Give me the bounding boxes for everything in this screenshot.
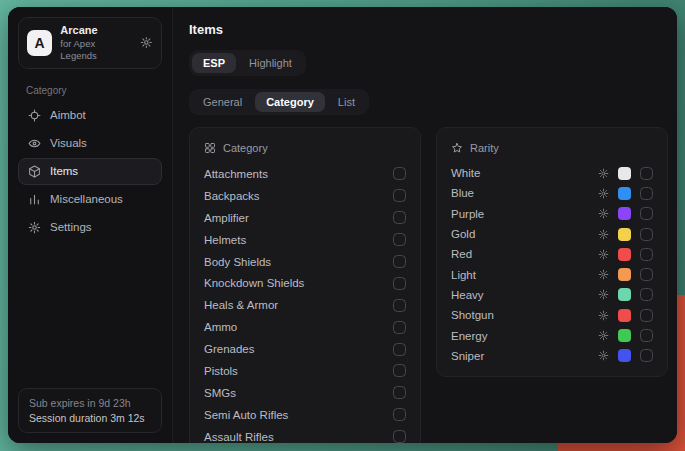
checkbox[interactable] xyxy=(640,288,653,301)
app-name: Arcane xyxy=(60,24,132,38)
rarity-row: Purple xyxy=(451,204,653,224)
rarity-settings-gear-icon[interactable] xyxy=(598,249,609,260)
category-row: Assault Rifles xyxy=(204,426,406,443)
rarity-item-label: Blue xyxy=(451,187,474,199)
bars-icon xyxy=(28,193,41,206)
checkbox[interactable] xyxy=(393,343,406,356)
rarity-row: Shotgun xyxy=(451,305,653,325)
category-item-label: Body Shields xyxy=(204,256,271,268)
sidebar-item-aimbot[interactable]: Aimbot xyxy=(18,102,162,129)
checkbox[interactable] xyxy=(640,207,653,220)
tab-group: GeneralCategoryList xyxy=(189,89,369,115)
category-item-label: Backpacks xyxy=(204,190,260,202)
color-swatch[interactable] xyxy=(618,309,631,322)
color-swatch[interactable] xyxy=(618,207,631,220)
checkbox[interactable] xyxy=(640,167,653,180)
checkbox[interactable] xyxy=(640,187,653,200)
color-swatch[interactable] xyxy=(618,228,631,241)
checkbox[interactable] xyxy=(393,255,406,268)
mode-option-esp[interactable]: ESP xyxy=(192,53,236,73)
checkbox[interactable] xyxy=(393,408,406,421)
rarity-settings-gear-icon[interactable] xyxy=(598,269,609,280)
category-row: Ammo xyxy=(204,316,406,338)
checkbox[interactable] xyxy=(640,309,653,322)
rarity-settings-gear-icon[interactable] xyxy=(598,229,609,240)
category-item-label: SMGs xyxy=(204,387,236,399)
tab-general[interactable]: General xyxy=(192,92,253,112)
rarity-settings-gear-icon[interactable] xyxy=(598,168,609,179)
category-card-header: Category xyxy=(204,140,406,156)
tab-category[interactable]: Category xyxy=(255,92,325,112)
cube-icon xyxy=(28,165,41,178)
category-card: Category AttachmentsBackpacksAmplifierHe… xyxy=(189,127,421,443)
rarity-controls xyxy=(598,329,653,342)
category-item-label: Pistols xyxy=(204,365,238,377)
checkbox[interactable] xyxy=(393,277,406,290)
color-swatch[interactable] xyxy=(618,329,631,342)
category-item-label: Ammo xyxy=(204,321,237,333)
color-swatch[interactable] xyxy=(618,288,631,301)
brand-header: A Arcane for Apex Legends xyxy=(18,17,162,69)
rarity-row: Blue xyxy=(451,183,653,203)
rarity-controls xyxy=(598,167,653,180)
mode-option-highlight[interactable]: Highlight xyxy=(238,53,303,73)
rarity-settings-gear-icon[interactable] xyxy=(598,289,609,300)
category-row: Grenades xyxy=(204,338,406,360)
tab-list[interactable]: List xyxy=(327,92,366,112)
checkbox[interactable] xyxy=(393,364,406,377)
category-item-label: Assault Rifles xyxy=(204,431,274,443)
checkbox[interactable] xyxy=(393,211,406,224)
rarity-settings-gear-icon[interactable] xyxy=(598,310,609,321)
rarity-controls xyxy=(598,268,653,281)
color-swatch[interactable] xyxy=(618,268,631,281)
rarity-settings-gear-icon[interactable] xyxy=(598,208,609,219)
tabs-row: GeneralCategoryList xyxy=(189,89,668,115)
category-row: Semi Auto Rifles xyxy=(204,404,406,426)
category-row: Knockdown Shields xyxy=(204,272,406,294)
rarity-row: Heavy xyxy=(451,285,653,305)
app-logo: A xyxy=(27,30,52,56)
sidebar-item-label: Miscellaneous xyxy=(50,193,123,205)
rarity-row: Sniper xyxy=(451,346,653,366)
checkbox[interactable] xyxy=(640,268,653,281)
checkbox[interactable] xyxy=(393,321,406,334)
mode-toggle-group: ESPHighlight xyxy=(189,50,306,76)
color-swatch[interactable] xyxy=(618,167,631,180)
app-subtitle: for Apex Legends xyxy=(60,38,132,62)
color-swatch[interactable] xyxy=(618,187,631,200)
sub-expiry-text: Sub expires in 9d 23h xyxy=(29,397,151,409)
rarity-settings-gear-icon[interactable] xyxy=(598,350,609,361)
rarity-item-label: White xyxy=(451,167,480,179)
rarity-settings-gear-icon[interactable] xyxy=(598,330,609,341)
gear-icon[interactable] xyxy=(140,36,153,49)
sidebar-item-visuals[interactable]: Visuals xyxy=(18,130,162,157)
category-item-label: Knockdown Shields xyxy=(204,277,304,289)
rarity-item-label: Sniper xyxy=(451,350,484,362)
checkbox[interactable] xyxy=(393,386,406,399)
cards-row: Category AttachmentsBackpacksAmplifierHe… xyxy=(189,127,668,443)
rarity-controls xyxy=(598,228,653,241)
checkbox[interactable] xyxy=(393,299,406,312)
checkbox[interactable] xyxy=(393,430,406,443)
checkbox[interactable] xyxy=(393,167,406,180)
color-swatch[interactable] xyxy=(618,248,631,261)
checkbox[interactable] xyxy=(640,329,653,342)
checkbox[interactable] xyxy=(393,189,406,202)
color-swatch[interactable] xyxy=(618,349,631,362)
checkbox[interactable] xyxy=(640,349,653,362)
checkbox[interactable] xyxy=(640,228,653,241)
sidebar-item-miscellaneous[interactable]: Miscellaneous xyxy=(18,186,162,213)
main-content: Items ESPHighlight GeneralCategoryList C… xyxy=(173,7,677,443)
category-row: Body Shields xyxy=(204,251,406,273)
sidebar-item-settings[interactable]: Settings xyxy=(18,214,162,241)
rarity-controls xyxy=(598,349,653,362)
rarity-card: Rarity WhiteBluePurpleGoldRedLightHeavyS… xyxy=(436,127,668,377)
category-item-label: Heals & Armor xyxy=(204,299,278,311)
sidebar-item-items[interactable]: Items xyxy=(18,158,162,185)
sidebar: A Arcane for Apex Legends Category Aimbo… xyxy=(8,7,173,443)
rarity-settings-gear-icon[interactable] xyxy=(598,188,609,199)
sidebar-section-label: Category xyxy=(26,85,162,96)
checkbox[interactable] xyxy=(640,248,653,261)
checkbox[interactable] xyxy=(393,233,406,246)
page-title: Items xyxy=(189,22,668,37)
